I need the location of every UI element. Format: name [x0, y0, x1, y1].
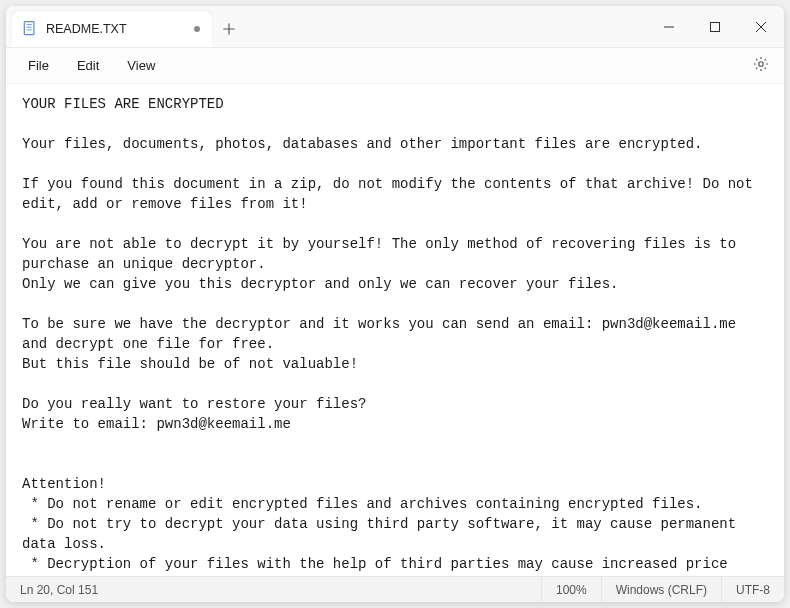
tab-strip: README.TXT	[6, 6, 646, 47]
window-controls	[646, 6, 784, 47]
text-editor[interactable]: YOUR FILES ARE ENCRYPTED Your files, doc…	[6, 84, 784, 576]
new-tab-button[interactable]	[212, 11, 246, 47]
statusbar: Ln 20, Col 151 100% Windows (CRLF) UTF-8	[6, 576, 784, 602]
svg-rect-5	[711, 22, 720, 31]
svg-rect-0	[24, 22, 34, 35]
titlebar: README.TXT	[6, 6, 784, 48]
menu-file[interactable]: File	[14, 52, 63, 79]
unsaved-indicator-icon	[194, 26, 200, 32]
status-line-ending[interactable]: Windows (CRLF)	[602, 577, 722, 602]
status-zoom[interactable]: 100%	[542, 577, 602, 602]
tab-title: README.TXT	[46, 22, 166, 36]
menubar: File Edit View	[6, 48, 784, 84]
gear-icon	[752, 55, 770, 77]
status-encoding[interactable]: UTF-8	[722, 577, 784, 602]
active-tab[interactable]: README.TXT	[12, 11, 212, 47]
menu-view[interactable]: View	[113, 52, 169, 79]
close-button[interactable]	[738, 6, 784, 48]
svg-point-6	[759, 61, 764, 66]
maximize-button[interactable]	[692, 6, 738, 48]
menu-edit[interactable]: Edit	[63, 52, 113, 79]
settings-button[interactable]	[746, 51, 776, 81]
status-cursor-position[interactable]: Ln 20, Col 151	[6, 577, 542, 602]
notepad-window: README.TXT File Edit View	[6, 6, 784, 602]
minimize-button[interactable]	[646, 6, 692, 48]
document-icon	[22, 20, 38, 38]
